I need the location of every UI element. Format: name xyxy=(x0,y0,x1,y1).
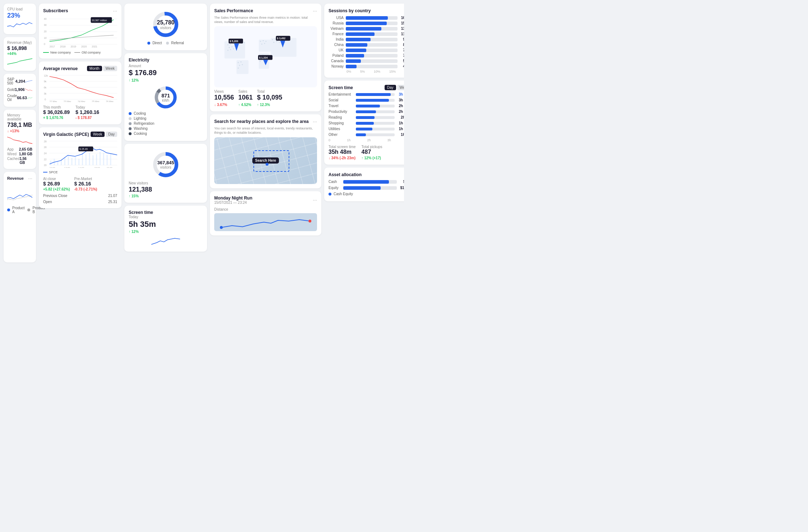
kwh-donut-label: 871 kWh xyxy=(161,93,170,102)
avg-revenue-toggle[interactable]: Month Week xyxy=(87,66,117,71)
run-distance-label: Distance xyxy=(214,207,317,212)
revenue-mini-menu[interactable]: ··· xyxy=(28,175,32,181)
spce-day-btn[interactable]: Day xyxy=(106,132,117,137)
svg-text:6k: 6k xyxy=(44,86,47,89)
new-visitors-label: New visitors xyxy=(129,181,203,185)
svg-text:40: 40 xyxy=(44,18,47,20)
revenue-legend: Product A Product B xyxy=(7,206,32,215)
asset-equity: Equity $14.1k xyxy=(329,186,404,190)
svg-point-89 xyxy=(228,50,229,51)
electricity-card: Electricity Amount $ 176.89 ↑ 12% 871 kW… xyxy=(124,53,207,141)
run-menu[interactable]: ··· xyxy=(313,197,317,203)
new-company-label: New company xyxy=(50,51,71,54)
svg-point-100 xyxy=(275,38,276,40)
visitors2-donut-wrap: 367,845 visitors xyxy=(129,150,203,179)
svg-point-99 xyxy=(272,39,273,40)
subscribers-menu[interactable]: ··· xyxy=(113,8,117,14)
direct-dot xyxy=(147,42,150,45)
revenue-may-card: Revenue (May) $ 16,898 +44% xyxy=(4,37,36,71)
crudeoil-row: Crude Oil 66.63 xyxy=(7,94,32,102)
vietnam-bar-fill xyxy=(346,27,381,31)
st-utilities: Utilities 1h 48m xyxy=(329,127,404,131)
memory-sparkline xyxy=(7,135,32,145)
visitors2-donut-label: 367,845 visitors xyxy=(157,160,174,169)
svg-rect-54 xyxy=(92,155,93,165)
screen-time-mini-card: Screen time Today 5h 35m ↑ 12% xyxy=(124,206,207,252)
total-change: ↑ 12.3% xyxy=(257,103,270,107)
screen-time-toggle[interactable]: Day Week xyxy=(385,85,404,90)
avg-week-btn[interactable]: Week xyxy=(103,66,117,71)
svg-rect-55 xyxy=(96,154,97,165)
svg-text:28: 28 xyxy=(44,140,47,143)
screen-time-day-btn[interactable]: Day xyxy=(385,85,396,90)
col1-sidebar: CPU load 23% Revenue (May) $ 16,898 +44%… xyxy=(4,4,36,262)
svg-point-85 xyxy=(229,47,230,48)
productivity-bar xyxy=(356,110,376,113)
subscribers-legend: New company Old company xyxy=(43,51,117,54)
svg-point-112 xyxy=(239,65,240,66)
svg-text:20: 20 xyxy=(44,30,47,33)
new-company-line xyxy=(43,52,49,53)
svg-point-119 xyxy=(260,61,261,62)
svg-rect-53 xyxy=(89,153,90,165)
nearby-menu[interactable]: ··· xyxy=(313,119,317,124)
svg-rect-48 xyxy=(71,158,72,165)
poland-bar-fill xyxy=(346,54,364,58)
spce-week-btn[interactable]: Week xyxy=(91,132,105,137)
bar-russia: Russia 15.9% xyxy=(329,21,404,25)
lighting-dot xyxy=(129,117,132,120)
crudeoil-value: 66.63 xyxy=(17,96,27,100)
sales-perf-menu[interactable]: ··· xyxy=(313,8,317,14)
bar-india: India 9.6% xyxy=(329,37,404,41)
run-header-text: Monday Night Run 15/07/2021 — 23:24 xyxy=(214,196,252,205)
visitors-donut-wrap: 25,780 visitors xyxy=(129,10,203,39)
screen-time-week-btn[interactable]: Week xyxy=(397,85,404,90)
map-search-badge[interactable]: Search Here xyxy=(252,157,279,164)
svg-text:30,987 million: 30,987 million xyxy=(92,19,107,22)
gold-sparkline xyxy=(25,87,32,92)
memory-card: Memory available 738,1 MB ↓ +13% App 2,6… xyxy=(4,110,36,169)
gold-label: Gold xyxy=(7,88,15,92)
sessions-bars: USA 16.3% Russia 15.9% Vietnam 13.8% Fra… xyxy=(329,16,404,68)
svg-text:20: 20 xyxy=(44,164,47,166)
avg-month-btn[interactable]: Month xyxy=(87,66,102,71)
svg-point-81 xyxy=(230,44,231,45)
st-reading: Reading 2h 3m xyxy=(329,115,404,119)
nearby-map[interactable]: Search Here xyxy=(214,137,317,184)
electricity-badge: ↑ 12% xyxy=(129,78,139,82)
pre-market-block: Pre-Market $ 26.16 -0.73 (-2.71%) xyxy=(74,177,97,192)
svg-point-94 xyxy=(260,41,261,42)
svg-text:10: 10 xyxy=(44,37,47,39)
open-row: Open 25.31 xyxy=(43,200,117,204)
cpu-value: 23% xyxy=(7,12,32,19)
today-label: Today xyxy=(75,105,99,109)
virgin-galactic-card: Virgin Galactic (SPCE) Week Day 28 26 24… xyxy=(39,127,121,208)
kwh-donut-wrap: 871 kWh xyxy=(129,85,203,110)
equity-bar xyxy=(343,186,381,190)
st-travel: Travel 2h 38m xyxy=(329,104,404,108)
at-close-value: $ 26.89 xyxy=(43,181,70,187)
this-month-change: + $ 1,670.76 xyxy=(43,116,63,120)
china-bar-fill xyxy=(346,43,367,47)
gold-value: 1,906 xyxy=(15,87,25,92)
revenue-mini-title: Revenue xyxy=(7,176,24,180)
svg-point-107 xyxy=(279,42,280,43)
sp500-row: S&P 500 4,204 xyxy=(7,77,32,85)
nearby-desc: You can search for areas of interest, lo… xyxy=(214,127,317,135)
utilities-bar xyxy=(356,128,372,130)
screen-time-rows: Entertainment 3h 37m Social 3h 33m Trave… xyxy=(329,92,404,137)
views-block: Views 10,556 ↓ 3.67% xyxy=(214,90,234,107)
spce-line-icon xyxy=(43,172,47,173)
sales-stats: Views 10,556 ↓ 3.67% Sales 1061 ↑ 4.52% … xyxy=(214,90,317,107)
nearby-card: Search for nearby places and explore the… xyxy=(210,114,321,188)
svg-text:0: 0 xyxy=(45,98,46,101)
revenue-may-badge: +44% xyxy=(7,52,17,56)
svg-text:0: 0 xyxy=(44,43,45,45)
cash-bar xyxy=(343,180,389,184)
spce-toggle[interactable]: Week Day xyxy=(91,132,117,137)
svg-point-110 xyxy=(238,62,239,63)
svg-point-106 xyxy=(276,41,277,42)
social-bar xyxy=(356,99,389,102)
prev-close-label: Previous Close xyxy=(43,194,67,198)
run-route-svg xyxy=(214,213,317,231)
